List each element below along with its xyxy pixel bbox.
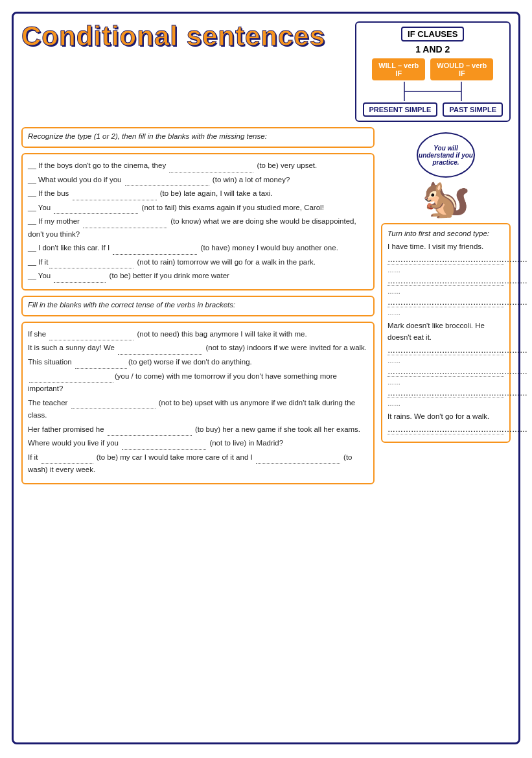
tree-row1: WILL – verb IF WOULD – verb IF (372, 58, 493, 80)
blank-12 (29, 382, 113, 383)
s2-p2: It is such a sunny day! We (not to stay)… (28, 342, 368, 355)
blank-3 (73, 200, 157, 200)
right-turn-section: Turn into first and second type: I have … (381, 223, 511, 443)
right-s3-prompt: It rains. We don't go for a walk. (387, 411, 504, 422)
would-verb-box: WOULD – verb IF (430, 58, 493, 80)
s2-p3: This situation (to get) worse if we don'… (28, 356, 368, 369)
blank-16 (41, 463, 93, 464)
section2-sentences: If she (not to need) this bag anymore I … (21, 322, 375, 484)
blank-8 (54, 282, 106, 283)
right-s2-dots1: …… (387, 357, 504, 364)
right-s1-prompt: I have time. I visit my friends. (387, 241, 504, 252)
blank-5 (83, 228, 167, 228)
past-simple-box: PAST SIMPLE (443, 102, 503, 117)
s2-p5: The teacher (not to be) upset with us an… (28, 397, 368, 422)
blank-6 (113, 254, 197, 255)
section1-sentences: __ If the boys don't go to the cinema, t… (21, 153, 375, 290)
squirrel-icon: 🐿️ (381, 179, 511, 218)
blank-17 (256, 463, 340, 464)
mascot-area: You will understand if you practice. 🐿️ (381, 132, 511, 218)
s2-p6: Her father promised he (to buy) her a ne… (28, 423, 368, 436)
page-title: Conditional sentences (21, 21, 325, 51)
if-clauses-title: IF CLAUSES (401, 27, 464, 41)
section2-text: If she (not to need) this bag anymore I … (28, 328, 368, 477)
turn-label: Turn into first and second type: (387, 230, 504, 237)
section1-label: Recognize the type (1 or 2), then fill i… (28, 132, 368, 140)
s1-p3: __ If the bus (to be) late again, I will… (28, 187, 368, 200)
blank-11 (75, 368, 127, 369)
if-clauses-tree: WILL – verb IF WOULD – verb IF (363, 58, 503, 117)
right-s2-line1: ……………………………………………… (387, 346, 504, 355)
header: Conditional sentences IF CLAUSES 1 AND 2… (21, 21, 511, 122)
right-s1-line3: ……………………………………………… (387, 298, 504, 307)
s2-p1: If she (not to need) this bag anymore I … (28, 328, 368, 341)
right-s2-dots3: …… (387, 400, 504, 407)
right-s1-dots1: …… (387, 266, 504, 274)
if-clauses-subtitle: 1 AND 2 (363, 44, 503, 54)
page-container: Conditional sentences IF CLAUSES 1 AND 2… (12, 12, 520, 744)
section1-text: __ If the boys don't go to the cinema, t… (28, 160, 368, 283)
right-s1-dots2: …… (387, 288, 504, 295)
s1-p6: __ I don't like this car. If I (to have)… (28, 242, 368, 255)
left-column: Recognize the type (1 or 2), then fill i… (21, 127, 375, 484)
blank-7 (49, 268, 133, 268)
blank-15 (122, 449, 206, 450)
tree-lines-svg (375, 82, 491, 101)
blank-9 (49, 340, 133, 340)
right-s2-line3: ……………………………………………… (387, 388, 504, 398)
s1-p5: __ If my mother (to know) what we are do… (28, 215, 368, 241)
s1-p1: __ If the boys don't go to the cinema, t… (28, 160, 368, 172)
s2-p7: Where would you live if you (not to live… (28, 437, 368, 450)
right-s3-line1: ……………………………………………… (387, 425, 504, 434)
blank-1 (169, 172, 253, 172)
right-s1-line1: ……………………………………………… (387, 255, 504, 265)
present-simple-box: PRESENT SIMPLE (363, 102, 438, 117)
right-s2-dots2: …… (387, 379, 504, 386)
s2-p8: If it (to be) my car I would take more c… (28, 451, 368, 477)
blank-14 (108, 435, 192, 436)
s1-p4: __ You (not to fail) this exams again if… (28, 202, 368, 215)
speech-bubble: You will understand if you practice. (417, 132, 475, 178)
s1-p2: __ What would you do if you (to win) a l… (28, 174, 368, 187)
section1-box: Recognize the type (1 or 2), then fill i… (21, 127, 375, 148)
right-s1-line2: ……………………………………………… (387, 276, 504, 286)
will-verb-box: WILL – verb IF (372, 58, 425, 80)
blank-4 (54, 213, 138, 214)
blank-10 (118, 354, 202, 355)
s1-p8: __ You (to be) better if you drink more … (28, 270, 368, 283)
section2-box: Fill in the blanks with the correct tens… (21, 296, 375, 316)
right-s2-line2: ……………………………………………… (387, 367, 504, 377)
s1-p7: __ If it (not to rain) tomorrow we will … (28, 256, 368, 269)
blank-13 (71, 409, 156, 409)
if-clauses-box: IF CLAUSES 1 AND 2 WILL – verb IF WOULD … (355, 21, 511, 122)
section2-label: Fill in the blanks with the correct tens… (28, 301, 368, 309)
right-s2-prompt: Mark doesn't like broccoli. He doesn't e… (387, 320, 504, 343)
right-s1-dots3: …… (387, 309, 504, 316)
right-column: You will understand if you practice. 🐿️ … (381, 127, 511, 484)
tree-row2: PRESENT SIMPLE PAST SIMPLE (363, 102, 503, 117)
s2-p4: (you / to come) with me tomorrow if you … (28, 370, 368, 396)
main-content: Recognize the type (1 or 2), then fill i… (21, 127, 511, 484)
blank-2 (125, 185, 209, 186)
